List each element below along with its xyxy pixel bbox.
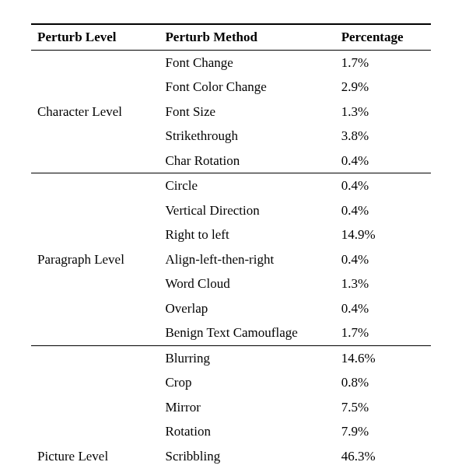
method-cell: Word Cloud <box>159 271 334 296</box>
percentage-cell: 46.3% <box>335 444 431 469</box>
method-cell: Blurring <box>159 345 334 370</box>
header-method: Perturb Method <box>159 24 334 50</box>
table-row: Distort0.4% <box>31 468 431 476</box>
group-label: Paragraph Level <box>31 247 159 272</box>
table-row: Char Rotation0.4% <box>31 149 431 173</box>
table-row: Crop0.8% <box>31 370 431 395</box>
table-row: Vertical Direction0.4% <box>31 198 431 223</box>
method-cell: Mirror <box>159 395 334 420</box>
empty-cell <box>31 419 159 444</box>
empty-cell <box>31 198 159 223</box>
percentage-cell: 0.4% <box>335 468 431 476</box>
percentage-cell: 0.4% <box>335 296 431 321</box>
empty-cell <box>31 222 159 247</box>
table-row: Overlap0.4% <box>31 296 431 321</box>
percentage-cell: 0.4% <box>335 173 431 198</box>
empty-cell <box>31 395 159 420</box>
table-row: Picture LevelScribbling46.3% <box>31 444 431 469</box>
table-row: Mirror7.5% <box>31 395 431 420</box>
header-percentage: Percentage <box>335 24 431 50</box>
table-row: Right to left14.9% <box>31 222 431 247</box>
table-row: Blurring14.6% <box>31 345 431 370</box>
empty-cell <box>31 320 159 345</box>
percentage-cell: 7.5% <box>335 395 431 420</box>
method-cell: Circle <box>159 173 334 198</box>
table-row: Font Color Change2.9% <box>31 75 431 100</box>
percentage-cell: 7.9% <box>335 419 431 444</box>
empty-cell <box>31 271 159 296</box>
percentage-cell: 14.6% <box>335 345 431 370</box>
table-row: Word Cloud1.3% <box>31 271 431 296</box>
percentage-cell: 3.8% <box>335 124 431 149</box>
method-cell: Rotation <box>159 419 334 444</box>
header-level: Perturb Level <box>31 24 159 50</box>
percentage-cell: 1.7% <box>335 320 431 345</box>
method-cell: Distort <box>159 468 334 476</box>
percentage-cell: 1.3% <box>335 271 431 296</box>
percentage-cell: 0.8% <box>335 370 431 395</box>
method-cell: Font Size <box>159 100 334 124</box>
table-row: Strikethrough3.8% <box>31 124 431 149</box>
method-cell: Right to left <box>159 222 334 247</box>
empty-cell <box>31 124 159 149</box>
percentage-cell: 0.4% <box>335 149 431 173</box>
table-row: Circle0.4% <box>31 173 431 198</box>
method-cell: Align-left-then-right <box>159 247 334 272</box>
table-row: Benign Text Camouflage1.7% <box>31 320 431 345</box>
method-cell: Font Color Change <box>159 75 334 100</box>
method-cell: Font Change <box>159 50 334 75</box>
method-cell: Scribbling <box>159 444 334 469</box>
method-cell: Strikethrough <box>159 124 334 149</box>
group-label: Picture Level <box>31 444 159 469</box>
group-label: Character Level <box>31 100 159 124</box>
percentage-cell: 0.4% <box>335 198 431 223</box>
empty-cell <box>31 50 159 75</box>
percentage-cell: 0.4% <box>335 247 431 272</box>
table-body: Font Change1.7%Font Color Change2.9%Char… <box>31 50 431 476</box>
table-row: Rotation7.9% <box>31 419 431 444</box>
percentage-cell: 1.7% <box>335 50 431 75</box>
table-row: Character LevelFont Size1.3% <box>31 100 431 124</box>
empty-cell <box>31 345 159 370</box>
empty-cell <box>31 370 159 395</box>
empty-cell <box>31 75 159 100</box>
method-cell: Overlap <box>159 296 334 321</box>
table-row: Paragraph LevelAlign-left-then-right0.4% <box>31 247 431 272</box>
method-cell: Benign Text Camouflage <box>159 320 334 345</box>
method-cell: Char Rotation <box>159 149 334 173</box>
empty-cell <box>31 173 159 198</box>
empty-cell <box>31 468 159 476</box>
percentage-cell: 1.3% <box>335 100 431 124</box>
method-cell: Vertical Direction <box>159 198 334 223</box>
empty-cell <box>31 296 159 321</box>
percentage-cell: 2.9% <box>335 75 431 100</box>
method-cell: Crop <box>159 370 334 395</box>
empty-cell <box>31 149 159 173</box>
percentage-cell: 14.9% <box>335 222 431 247</box>
table-row: Font Change1.7% <box>31 50 431 75</box>
perturbation-table: Perturb Level Perturb Method Percentage … <box>31 23 431 476</box>
